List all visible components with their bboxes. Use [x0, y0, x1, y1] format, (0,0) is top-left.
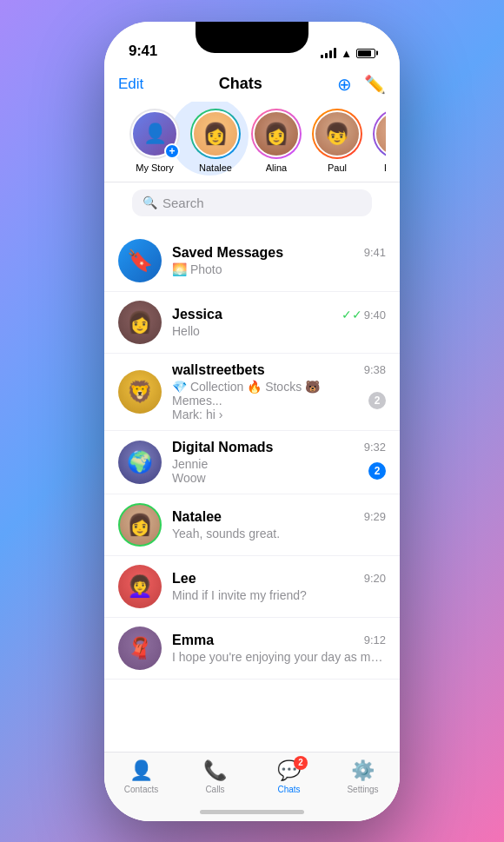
notch [196, 22, 308, 53]
stories-row: 👤 + My Story 👩 [118, 102, 386, 182]
avatar: 👩 [375, 110, 386, 157]
chat-name: Lee [172, 571, 196, 587]
tab-label-calls: Calls [205, 785, 224, 794]
phone-frame: 9:41 ▲ Edit Chats [104, 22, 400, 821]
main-content: Edit Chats ⊕ ✏️ [104, 67, 400, 821]
chat-item-wallstreetbets[interactable]: 🦁 wallstreetbets 9:38 💎 Collection 🔥 Sto… [104, 354, 400, 431]
chat-preview-message: Woow [172, 471, 208, 485]
chat-name: Jessica [172, 307, 222, 322]
chat-item-digital-nomads[interactable]: 🌍 Digital Nomads 9:32 Jennie Woow 2 [104, 431, 400, 494]
battery-icon [356, 49, 375, 58]
chat-preview-sender: Jennie [172, 457, 208, 471]
edit-button[interactable]: Edit [118, 76, 143, 93]
chat-name: wallstreetbets [172, 362, 265, 378]
avatar: 👩 [118, 503, 162, 547]
search-bar[interactable]: 🔍 Search [132, 189, 372, 216]
avatar: 👩 [192, 110, 239, 157]
tab-chats[interactable]: 💬 2 Chats [252, 759, 326, 794]
chat-preview-line1: 💎 Collection 🔥 Stocks 🐻 Memes... [172, 380, 368, 408]
chat-preview: Mind if I invite my friend? [172, 588, 307, 602]
chat-unread-badge: 2 [368, 462, 386, 480]
story-item-alina[interactable]: 👩 Alina [250, 109, 302, 173]
header-action-icons: ⊕ ✏️ [337, 74, 386, 95]
chat-preview-line2: Mark: hi › [172, 408, 368, 421]
story-item-paul[interactable]: 👦 Paul [311, 109, 363, 173]
chat-time: 9:32 [364, 441, 386, 454]
avatar: 👦 [314, 110, 361, 157]
add-story-badge: + [164, 143, 180, 159]
chat-header: Edit Chats ⊕ ✏️ [104, 67, 400, 182]
chat-preview: 🌅 Photo [172, 262, 222, 276]
chat-item-lee[interactable]: 👩‍🦱 Lee 9:20 Mind if I invite my friend? [104, 556, 400, 618]
avatar: 🔖 [118, 239, 162, 282]
story-item-emma[interactable]: 👩 Emma [372, 109, 386, 173]
chat-preview: Yeah, sounds great. [172, 527, 280, 540]
tab-label-contacts: Contacts [124, 785, 158, 794]
settings-icon: ⚙️ [351, 759, 375, 782]
search-icon: 🔍 [143, 196, 157, 209]
search-input[interactable]: Search [162, 196, 204, 210]
status-icons: ▲ [321, 47, 375, 60]
chat-time: 9:38 [364, 363, 386, 376]
avatar: 👩 [118, 301, 162, 344]
new-chat-compose-icon[interactable]: ⊕ [337, 74, 352, 95]
story-item-natalee[interactable]: 👩 Natalee [189, 109, 242, 173]
story-item-my-story[interactable]: 👤 + My Story [129, 109, 181, 173]
compose-icon[interactable]: ✏️ [364, 74, 386, 95]
tab-calls[interactable]: 📞 Calls [178, 759, 252, 794]
chat-item-emma[interactable]: 🧣 Emma 9:12 I hope you're enjoying your … [104, 618, 400, 680]
avatar: 👩‍🦱 [118, 565, 162, 608]
home-indicator [200, 810, 304, 814]
avatar: 🧣 [118, 627, 162, 670]
chat-item-saved-messages[interactable]: 🔖 Saved Messages 9:41 🌅 Photo [104, 230, 400, 292]
chat-time: 9:20 [364, 572, 386, 585]
chat-time: 9:41 [364, 246, 386, 259]
page-title: Chats [219, 75, 262, 93]
story-name-my-story: My Story [136, 162, 173, 173]
chat-name: Saved Messages [172, 245, 283, 261]
story-name-paul: Paul [328, 162, 347, 173]
chats-badge: 2 [294, 756, 308, 770]
tab-label-settings: Settings [347, 785, 378, 794]
calls-icon: 📞 [203, 759, 227, 782]
chat-preview: Hello [172, 324, 200, 338]
tab-label-chats: Chats [277, 785, 300, 794]
wifi-icon: ▲ [341, 47, 352, 60]
chat-item-natalee[interactable]: 👩 Natalee 9:29 Yeah, sounds great. [104, 494, 400, 556]
chat-time: 9:29 [364, 510, 386, 523]
story-name-natalee: Natalee [199, 162, 232, 173]
read-check-icon: ✓✓ [342, 308, 362, 322]
avatar: 🦁 [118, 370, 162, 414]
tab-settings[interactable]: ⚙️ Settings [326, 759, 400, 794]
status-time: 9:41 [129, 43, 157, 60]
chat-preview: I hope you're enjoying your day as much … [172, 650, 386, 664]
avatar: 👩 [253, 110, 300, 157]
chat-name: Natalee [172, 509, 222, 525]
tab-contacts[interactable]: 👤 Contacts [104, 759, 178, 794]
chat-item-jessica[interactable]: 👩 Jessica ✓✓9:40 Hello [104, 292, 400, 354]
chat-time: ✓✓9:40 [342, 308, 386, 322]
signal-icon [321, 48, 336, 58]
contacts-icon: 👤 [129, 759, 153, 782]
chat-unread-badge: 2 [368, 392, 386, 409]
chat-name: Emma [172, 633, 214, 648]
chat-list: 🔖 Saved Messages 9:41 🌅 Photo 👩 [104, 230, 400, 752]
story-name-alina: Alina [266, 162, 287, 173]
chat-name: Digital Nomads [172, 440, 273, 455]
chat-time: 9:12 [364, 633, 386, 646]
avatar: 🌍 [118, 441, 162, 484]
story-name-emma: Emma [384, 162, 386, 173]
